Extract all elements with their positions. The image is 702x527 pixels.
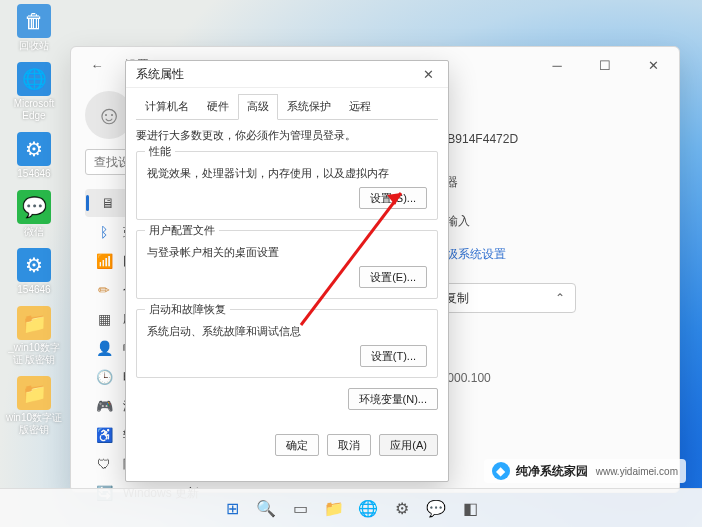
touch-row: 控输入 [434, 213, 659, 230]
desktop-icon-label: _win10数字证 版密钥 [4, 342, 64, 366]
tab-1[interactable]: 硬件 [198, 94, 238, 120]
time-icon: 🕒 [95, 368, 113, 386]
sysprops-title: 系统属性 [136, 66, 184, 83]
user-profile-desc: 与登录帐户相关的桌面设置 [147, 245, 427, 260]
gaming-icon: 🎮 [95, 397, 113, 415]
watermark-url: www.yidaimei.com [596, 466, 678, 477]
performance-group: 性能 视觉效果，处理器计划，内存使用，以及虚拟内存 设置(S)... [136, 151, 438, 220]
desktop-icon-label: win10数字证 版密钥 [4, 412, 64, 436]
sysprops-button-row: 确定 取消 应用(A) [126, 428, 448, 466]
advanced-system-settings-link[interactable]: 高级系统设置 [434, 246, 659, 263]
desktop-icon-label: 微信 [24, 226, 44, 238]
edge-icon: 🌐 [17, 62, 51, 96]
desktop-icon-edge[interactable]: 🌐Microsoft Edge [4, 62, 64, 122]
app1-icon: ⚙ [17, 132, 51, 166]
apply-button[interactable]: 应用(A) [379, 434, 438, 456]
privacy-icon: 🛡 [95, 455, 113, 473]
tab-0[interactable]: 计算机名 [136, 94, 198, 120]
accounts-icon: 👤 [95, 339, 113, 357]
taskbar-explorer[interactable]: 📁 [322, 496, 346, 520]
performance-legend: 性能 [145, 144, 175, 159]
apps-icon: ▦ [95, 310, 113, 328]
system-properties-dialog: 系统属性 ✕ 计算机名硬件高级系统保护远程 要进行大多数更改，你必须作为管理员登… [125, 60, 449, 482]
startup-settings-button[interactable]: 设置(T)... [360, 345, 427, 367]
system-icon: 🖥 [99, 194, 117, 212]
startup-legend: 启动和故障恢复 [145, 302, 230, 317]
watermark-logo-icon: ◆ [492, 462, 510, 480]
performance-desc: 视觉效果，处理器计划，内存使用，以及虚拟内存 [147, 166, 427, 181]
bluetooth-icon: ᛒ [95, 223, 113, 241]
selection-bar [86, 195, 89, 211]
tab-2[interactable]: 高级 [238, 94, 278, 120]
env-vars-button[interactable]: 环境变量(N)... [348, 388, 438, 410]
desktop-icon-app1[interactable]: ⚙154646 [17, 132, 51, 180]
desktop-icon-label: 154646 [17, 284, 50, 296]
recycle-bin-icon: 🗑 [17, 4, 51, 38]
taskbar-search[interactable]: 🔍 [254, 496, 278, 520]
desktop-icon-label: 回收站 [19, 40, 49, 52]
user-profile-settings-button[interactable]: 设置(E)... [359, 266, 427, 288]
desktop-icons: 🗑回收站🌐Microsoft Edge⚙154646💬微信⚙154646📁_wi… [4, 4, 64, 436]
user-profile-group: 用户配置文件 与登录帐户相关的桌面设置 设置(E)... [136, 230, 438, 299]
watermark-brand: 纯净系统家园 [516, 463, 588, 480]
desktop-icon-app2[interactable]: ⚙154646 [17, 248, 51, 296]
taskbar-edge[interactable]: 🌐 [356, 496, 380, 520]
tab-3[interactable]: 系统保护 [278, 94, 340, 120]
sysprops-titlebar: 系统属性 ✕ [126, 61, 448, 88]
back-button[interactable]: ← [77, 51, 117, 79]
startup-group: 启动和故障恢复 系统启动、系统故障和调试信息 设置(T)... [136, 309, 438, 378]
desktop-icon-label: Microsoft Edge [4, 98, 64, 122]
performance-settings-button[interactable]: 设置(S)... [359, 187, 427, 209]
device-id: 26B914F4472D [434, 132, 659, 146]
user-profile-legend: 用户配置文件 [145, 223, 219, 238]
desktop-icon-wechat[interactable]: 💬微信 [17, 190, 51, 238]
taskbar: ⊞🔍▭📁🌐⚙💬◧ [0, 488, 702, 527]
taskbar-start[interactable]: ⊞ [220, 496, 244, 520]
wechat-icon: 💬 [17, 190, 51, 224]
build-number: 22000.100 [434, 371, 659, 385]
processor-row: 理器 [434, 174, 659, 191]
taskbar-app[interactable]: ◧ [458, 496, 482, 520]
chevron-up-icon: ⌃ [555, 291, 565, 305]
desktop-icon-recycle-bin[interactable]: 🗑回收站 [17, 4, 51, 52]
taskbar-taskview[interactable]: ▭ [288, 496, 312, 520]
close-sysprops-button[interactable]: ✕ [414, 63, 442, 85]
startup-desc: 系统启动、系统故障和调试信息 [147, 324, 427, 339]
network-icon: 📶 [95, 252, 113, 270]
taskbar-wechat[interactable]: 💬 [424, 496, 448, 520]
minimize-button[interactable]: ─ [537, 51, 577, 79]
desktop-icon-folder2[interactable]: 📁win10数字证 版密钥 [4, 376, 64, 436]
app2-icon: ⚙ [17, 248, 51, 282]
copy-button[interactable]: 复制 ⌃ [434, 283, 576, 313]
accessibility-icon: ♿ [95, 426, 113, 444]
desktop-icon-folder1[interactable]: 📁_win10数字证 版密钥 [4, 306, 64, 366]
admin-note: 要进行大多数更改，你必须作为管理员登录。 [136, 128, 438, 143]
personalize-icon: ✏ [95, 281, 113, 299]
desktop-icon-label: 154646 [17, 168, 50, 180]
watermark: ◆ 纯净系统家园 www.yidaimei.com [484, 459, 686, 483]
sysprops-tabs: 计算机名硬件高级系统保护远程 [136, 94, 438, 120]
ok-button[interactable]: 确定 [275, 434, 319, 456]
close-settings-button[interactable]: ✕ [633, 51, 673, 79]
cancel-button[interactable]: 取消 [327, 434, 371, 456]
folder1-icon: 📁 [17, 306, 51, 340]
tab-4[interactable]: 远程 [340, 94, 380, 120]
folder2-icon: 📁 [17, 376, 51, 410]
taskbar-settings[interactable]: ⚙ [390, 496, 414, 520]
maximize-button[interactable]: ☐ [585, 51, 625, 79]
